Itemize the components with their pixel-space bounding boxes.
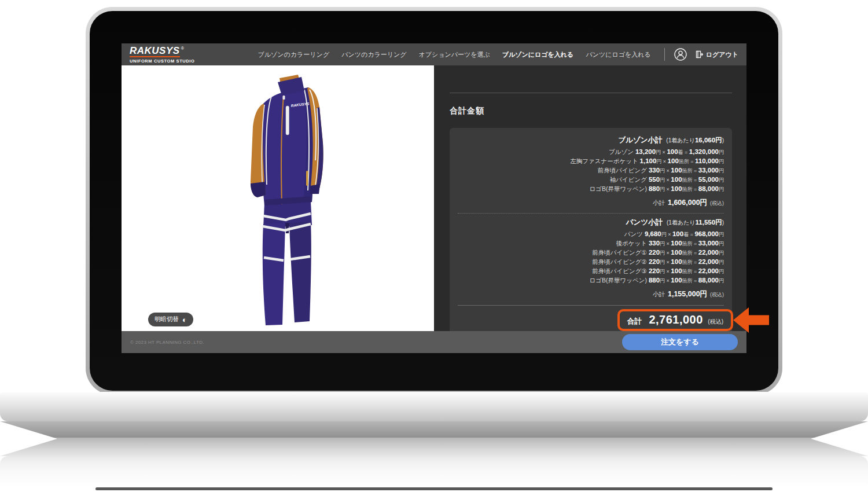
pants-per-unit: (1着あたり11,550円) xyxy=(667,219,724,226)
logout-label: ログアウト xyxy=(706,50,738,59)
total-tax-note: (税込) xyxy=(708,318,723,325)
pants-section: パンツ小計 (1着あたり11,550円) パンツ 9,680円 × 100着 =… xyxy=(458,218,724,299)
logout-button[interactable]: ログアウト xyxy=(695,50,738,59)
price-line-item: 前身頃パイピング① 220円 × 100箇所 = 22,000円 xyxy=(458,248,724,258)
brand-logo-text: RAKUSYS xyxy=(130,46,180,57)
summary-title: 合計金額 xyxy=(450,106,484,116)
highlight-arrow-icon xyxy=(733,306,769,334)
half-moon-icon: ◐ xyxy=(182,316,187,324)
laptop-base-shadow xyxy=(0,421,868,439)
price-line-item: 前身頃パイピング② 220円 × 100箇所 = 22,000円 xyxy=(458,258,724,267)
nav-item[interactable]: パンツのカラーリング xyxy=(341,50,406,59)
laptop-base xyxy=(0,392,868,421)
pants-subtotal-heading: パンツ小計 (1着あたり11,550円) xyxy=(458,218,724,227)
price-line-item: 前身頃パイピング③ 220円 × 100箇所 = 22,000円 xyxy=(458,267,724,276)
app-header: RAKUSYS ® UNIFORM CUSTOM STUDIO ブルゾンのカラー… xyxy=(122,43,746,65)
price-summary-card: ブルゾン小計 (1着あたり16,060円) ブルゾン 13,200円 × 100… xyxy=(450,128,732,338)
blouson-subtotal: 小計 1,606,000円 (税込) xyxy=(458,198,724,208)
brand-logo[interactable]: RAKUSYS ® UNIFORM CUSTOM STUDIO xyxy=(130,46,194,64)
order-button[interactable]: 注文をする xyxy=(622,334,738,350)
nav-item[interactable]: オプションパーツを選ぶ xyxy=(418,50,490,59)
nav-item[interactable]: ブルゾンのカラーリング xyxy=(258,50,330,59)
blouson-section: ブルゾン小計 (1着あたり16,060円) ブルゾン 13,200円 × 100… xyxy=(458,135,724,208)
price-line-item: パンツ 9,680円 × 100着 = 968,000円 xyxy=(458,230,724,239)
nav-divider xyxy=(664,48,665,61)
panel-divider xyxy=(450,93,732,93)
section-divider-dotted xyxy=(458,213,724,214)
app-footer: © 2023 HT PLANNING CO.,LTD. 注文をする xyxy=(122,331,746,353)
total-divider xyxy=(458,305,724,306)
blouson-subtotal-heading: ブルゾン小計 (1着あたり16,060円) xyxy=(458,135,724,145)
main-nav: ブルゾンのカラーリングパンツのカラーリングオプションパーツを選ぶブルゾンにロゴを… xyxy=(258,50,651,59)
summary-panel: 合計金額 ブルゾン小計 (1着あたり16,060円) ブルゾン 13,200円 … xyxy=(434,65,746,331)
nav-item[interactable]: ブルゾンにロゴを入れる xyxy=(502,50,574,59)
price-line-item: 前身頃パイピング 330円 × 100箇所 = 33,000円 xyxy=(458,166,724,175)
grand-total-row: 合計 2,761,000 (税込) xyxy=(458,309,724,331)
price-line-item: 袖パイピング 550円 × 100箇所 = 55,000円 xyxy=(458,175,724,185)
price-line-item: ロゴB(昇華ワッペン) 880円 × 100箇所 = 88,000円 xyxy=(458,276,724,285)
price-line-item: ブルゾン 13,200円 × 100着 = 1,320,000円 xyxy=(458,148,724,157)
price-line-item: 後ポケット 330円 × 100箇所 = 33,000円 xyxy=(458,239,724,248)
brand-logo-subtitle: UNIFORM CUSTOM STUDIO xyxy=(130,59,194,64)
user-icon xyxy=(674,48,687,61)
laptop-reflection-fade xyxy=(0,438,868,492)
model-viewer[interactable]: RAKUSYS 明暗切替 ◐ xyxy=(122,65,434,331)
pants-subtotal: 小計 1,155,000円 (税込) xyxy=(458,289,724,299)
nav-item[interactable]: パンツにロゴを入れる xyxy=(586,50,650,59)
blouson-line-items: ブルゾン 13,200円 × 100着 = 1,320,000円左胸ファスナーポ… xyxy=(458,148,724,194)
pants-line-items: パンツ 9,680円 × 100着 = 968,000円後ポケット 330円 ×… xyxy=(458,230,724,285)
light-dark-toggle-button[interactable]: 明暗切替 ◐ xyxy=(148,313,193,326)
blouson-per-unit: (1着あたり16,060円) xyxy=(666,137,724,144)
total-label: 合計 xyxy=(627,317,642,325)
total-value: 2,761,000 xyxy=(649,313,703,326)
toggle-label: 明暗切替 xyxy=(155,315,179,324)
total-highlight-box: 合計 2,761,000 (税込) xyxy=(617,309,733,331)
laptop-reflection-edge xyxy=(95,487,773,490)
page-background: RAKUSYS ® UNIFORM CUSTOM STUDIO ブルゾンのカラー… xyxy=(0,0,868,492)
account-button[interactable] xyxy=(674,48,687,61)
copyright-text: © 2023 HT PLANNING CO.,LTD. xyxy=(130,340,204,345)
logout-icon xyxy=(695,50,703,58)
registered-mark: ® xyxy=(181,46,184,50)
price-line-item: ロゴB(昇華ワッペン) 880円 × 100箇所 = 88,000円 xyxy=(458,185,724,194)
app-window: RAKUSYS ® UNIFORM CUSTOM STUDIO ブルゾンのカラー… xyxy=(122,43,746,353)
price-line-item: 左胸ファスナーポケット 1,100円 × 100箇所 = 110,000円 xyxy=(458,157,724,166)
uniform-model: RAKUSYS xyxy=(229,74,350,328)
